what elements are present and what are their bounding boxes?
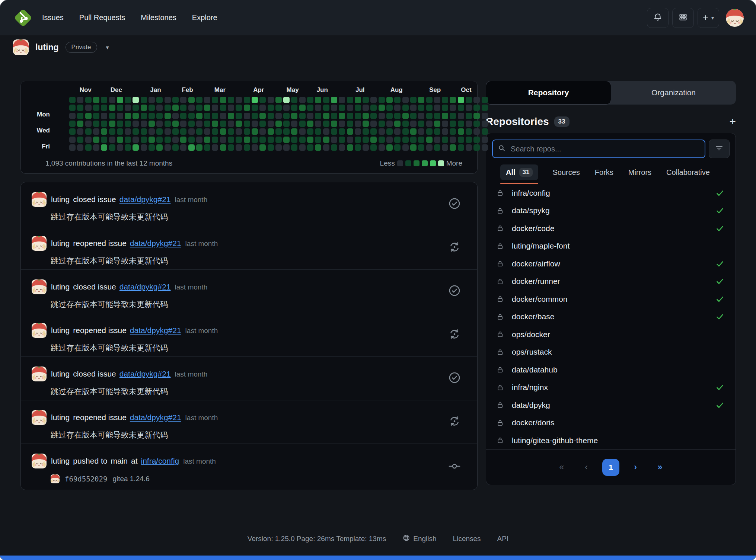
repo-filter-tab-collaborative[interactable]: Collaborative — [666, 165, 711, 180]
heatmap-cell — [410, 113, 417, 119]
nav-link-explore[interactable]: Explore — [192, 13, 217, 22]
heatmap-cell — [133, 137, 139, 143]
repo-row[interactable]: docker/runner — [486, 273, 736, 291]
heatmap-cell — [410, 121, 417, 127]
repo-row[interactable]: luting/gitea-github-theme — [486, 432, 736, 449]
heatmap-cell — [275, 97, 282, 103]
repo-filter-button[interactable] — [709, 140, 730, 158]
pagination-button[interactable]: 1 — [602, 459, 619, 476]
pagination-button[interactable]: » — [651, 459, 669, 476]
heatmap-cell — [450, 105, 456, 111]
repo-row[interactable]: luting/maple-font — [486, 237, 736, 255]
check-icon — [715, 189, 724, 198]
repo-filter-tab-forks[interactable]: Forks — [594, 165, 614, 180]
footer-link-api[interactable]: API — [497, 535, 509, 543]
heatmap-cell — [291, 97, 297, 103]
nav-link-issues[interactable]: Issues — [42, 13, 64, 22]
heatmap-cell — [109, 113, 115, 119]
feed-repo-link[interactable]: data/dpykg#21 — [130, 413, 181, 422]
heatmap-cell — [394, 97, 401, 103]
heatmap-month-label: Oct — [461, 86, 471, 94]
panel-tab-repository[interactable]: Repository — [486, 81, 611, 105]
commit-hash-link[interactable]: f69d552029 — [65, 475, 107, 483]
repo-row[interactable]: ops/rustack — [486, 343, 736, 361]
admin-panel-button[interactable] — [672, 8, 694, 28]
heatmap-cell — [410, 128, 417, 135]
legend-more-label: More — [446, 159, 462, 167]
heatmap-cell — [299, 128, 306, 135]
feed-repo-link[interactable]: data/dpykg#21 — [130, 239, 181, 248]
new-repository-button[interactable]: + — [729, 116, 736, 127]
repo-row[interactable]: infra/config — [486, 184, 736, 202]
heatmap-cell — [180, 144, 186, 151]
heatmap-cell — [410, 105, 417, 111]
feed-repo-link[interactable]: data/dpykg#21 — [130, 326, 181, 335]
feed-repo-link[interactable]: data/dpykg#21 — [119, 369, 171, 378]
nav-link-milestones[interactable]: Milestones — [141, 13, 176, 22]
heatmap-cell — [252, 121, 258, 127]
repo-search-input[interactable] — [510, 144, 700, 154]
feed-user[interactable]: luting — [51, 413, 70, 422]
feed-user[interactable]: luting — [51, 195, 70, 204]
heatmap-cell — [85, 121, 92, 127]
repo-row[interactable]: ops/docker — [486, 326, 736, 343]
feed-action-text: reopened issue — [73, 413, 127, 422]
feed-user[interactable]: luting — [51, 457, 70, 465]
feed-user[interactable]: luting — [51, 369, 70, 378]
heatmap-cell — [355, 137, 361, 143]
feed-repo-link[interactable]: data/dpykg#21 — [119, 282, 171, 291]
create-new-button[interactable]: + ▾ — [698, 8, 719, 28]
feed-user[interactable]: luting — [51, 282, 70, 291]
panel-tab-organization[interactable]: Organization — [611, 81, 736, 105]
heatmap-cell — [442, 97, 448, 103]
heatmap-cell — [141, 113, 147, 119]
repo-row[interactable]: data/datahub — [486, 361, 736, 379]
heatmap-cell — [236, 121, 242, 127]
heatmap-cell — [299, 144, 306, 151]
heatmap-cell — [379, 105, 385, 111]
nav-link-pull-requests[interactable]: Pull Requests — [79, 13, 125, 22]
legend-swatch — [438, 160, 444, 166]
notifications-button[interactable] — [647, 8, 669, 28]
repo-row[interactable]: infra/nginx — [486, 379, 736, 397]
legend-less-label: Less — [380, 159, 395, 167]
repo-filter-tab-sources[interactable]: Sources — [552, 165, 580, 180]
repo-row[interactable]: docker/airflow — [486, 255, 736, 273]
repo-row[interactable]: docker/base — [486, 308, 736, 326]
gitea-logo-icon[interactable] — [12, 7, 34, 29]
feed-user[interactable]: luting — [51, 239, 70, 248]
pagination-button[interactable]: › — [627, 459, 644, 476]
heatmap-cell — [458, 113, 464, 119]
heatmap-cell — [252, 105, 258, 111]
feed-branch[interactable]: main — [111, 457, 128, 465]
heatmap-cell — [93, 128, 99, 135]
repo-row[interactable]: data/spykg — [486, 202, 736, 220]
profile-dropdown-caret[interactable]: ▾ — [106, 44, 109, 51]
heatmap-day-label: Mon — [37, 111, 50, 118]
repo-name: docker/common — [512, 295, 567, 304]
repo-row[interactable]: data/dpykg — [486, 396, 736, 414]
feed-repo-link[interactable]: data/dpykg#21 — [119, 195, 171, 204]
repo-filter-tab-all[interactable]: All 31 — [500, 164, 538, 180]
commit-message: gitea 1.24.6 — [112, 475, 149, 483]
repositories-card: All 31 Sources Forks Mirrors Collaborati… — [486, 133, 736, 485]
heatmap-cell — [418, 121, 424, 127]
heatmap-cell — [85, 128, 92, 135]
heatmap-cell — [331, 121, 337, 127]
heatmap-cell — [379, 121, 385, 127]
lock-icon — [496, 436, 504, 444]
feed-repo-link[interactable]: infra/config — [141, 457, 179, 465]
repo-row[interactable]: docker/common — [486, 290, 736, 308]
repo-row[interactable]: docker/code — [486, 220, 736, 237]
heatmap-cell — [165, 105, 171, 111]
user-menu-avatar[interactable] — [726, 9, 744, 27]
heatmap-cell — [307, 97, 313, 103]
repo-filter-tab-mirrors[interactable]: Mirrors — [628, 165, 652, 180]
heatmap-cell — [450, 97, 456, 103]
footer-link-licenses[interactable]: Licenses — [453, 535, 481, 543]
language-selector[interactable]: English — [402, 534, 436, 544]
heatmap-cell — [291, 128, 297, 135]
repo-row[interactable]: docker/doris — [486, 414, 736, 432]
feed-timestamp: last month — [185, 240, 218, 248]
feed-user[interactable]: luting — [51, 326, 70, 335]
